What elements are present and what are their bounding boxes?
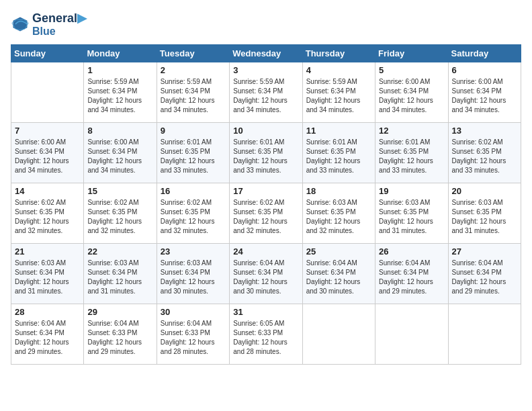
calendar-cell: 8Sunrise: 6:00 AM Sunset: 6:34 PM Daylig… — [84, 123, 157, 183]
day-number: 22 — [87, 246, 152, 257]
calendar-cell: 13Sunrise: 6:02 AM Sunset: 6:35 PM Dayli… — [448, 123, 521, 183]
day-number: 30 — [161, 307, 226, 317]
column-header-thursday: Thursday — [302, 45, 375, 62]
calendar-cell: 14Sunrise: 6:02 AM Sunset: 6:35 PM Dayli… — [11, 183, 84, 244]
calendar-cell: 5Sunrise: 6:00 AM Sunset: 6:34 PM Daylig… — [375, 62, 448, 123]
day-number: 7 — [15, 126, 80, 136]
calendar-week-row: 21Sunrise: 6:03 AM Sunset: 6:34 PM Dayli… — [11, 244, 521, 304]
calendar-cell — [375, 304, 448, 365]
day-info: Sunrise: 6:04 AM Sunset: 6:33 PM Dayligh… — [87, 319, 152, 357]
day-info: Sunrise: 6:03 AM Sunset: 6:34 PM Dayligh… — [161, 259, 226, 296]
day-info: Sunrise: 6:00 AM Sunset: 6:34 PM Dayligh… — [87, 138, 152, 175]
calendar-cell: 30Sunrise: 6:04 AM Sunset: 6:33 PM Dayli… — [157, 304, 229, 365]
calendar-table: SundayMondayTuesdayWednesdayThursdayFrid… — [11, 44, 521, 365]
calendar-cell: 29Sunrise: 6:04 AM Sunset: 6:33 PM Dayli… — [84, 304, 157, 365]
day-info: Sunrise: 6:04 AM Sunset: 6:33 PM Dayligh… — [161, 319, 226, 357]
day-number: 19 — [379, 186, 444, 196]
day-info: Sunrise: 6:01 AM Sunset: 6:35 PM Dayligh… — [306, 138, 371, 175]
day-number: 11 — [306, 126, 371, 136]
calendar-cell: 24Sunrise: 6:04 AM Sunset: 6:34 PM Dayli… — [230, 244, 302, 304]
calendar-week-row: 14Sunrise: 6:02 AM Sunset: 6:35 PM Dayli… — [11, 183, 521, 244]
calendar-cell: 23Sunrise: 6:03 AM Sunset: 6:34 PM Dayli… — [157, 244, 229, 304]
calendar-cell: 11Sunrise: 6:01 AM Sunset: 6:35 PM Dayli… — [302, 123, 375, 183]
calendar-cell — [448, 304, 521, 365]
column-header-saturday: Saturday — [448, 45, 521, 62]
day-info: Sunrise: 6:03 AM Sunset: 6:35 PM Dayligh… — [452, 198, 517, 236]
day-number: 9 — [161, 126, 226, 136]
column-header-tuesday: Tuesday — [157, 45, 229, 62]
day-info: Sunrise: 5:59 AM Sunset: 6:34 PM Dayligh… — [87, 77, 152, 115]
calendar-cell — [302, 304, 375, 365]
day-number: 18 — [306, 186, 371, 196]
calendar-cell: 15Sunrise: 6:02 AM Sunset: 6:35 PM Dayli… — [84, 183, 157, 244]
day-number: 1 — [87, 65, 152, 75]
calendar-cell: 26Sunrise: 6:04 AM Sunset: 6:34 PM Dayli… — [375, 244, 448, 304]
day-number: 27 — [452, 246, 517, 257]
day-info: Sunrise: 6:04 AM Sunset: 6:34 PM Dayligh… — [233, 259, 298, 296]
calendar-cell: 21Sunrise: 6:03 AM Sunset: 6:34 PM Dayli… — [11, 244, 84, 304]
day-number: 31 — [233, 307, 298, 317]
day-number: 26 — [379, 246, 444, 257]
day-number: 29 — [87, 307, 152, 317]
day-info: Sunrise: 6:04 AM Sunset: 6:34 PM Dayligh… — [306, 259, 371, 296]
day-number: 10 — [233, 126, 298, 136]
calendar-cell: 10Sunrise: 6:01 AM Sunset: 6:35 PM Dayli… — [230, 123, 302, 183]
header: General▶ Blue — [11, 11, 521, 38]
day-info: Sunrise: 6:04 AM Sunset: 6:34 PM Dayligh… — [452, 259, 517, 296]
day-info: Sunrise: 5:59 AM Sunset: 6:34 PM Dayligh… — [233, 77, 298, 115]
calendar-cell — [11, 62, 84, 123]
day-number: 12 — [379, 126, 444, 136]
calendar-cell: 7Sunrise: 6:00 AM Sunset: 6:34 PM Daylig… — [11, 123, 84, 183]
day-number: 17 — [233, 186, 298, 196]
day-number: 3 — [233, 65, 298, 75]
calendar-cell: 22Sunrise: 6:03 AM Sunset: 6:34 PM Dayli… — [84, 244, 157, 304]
calendar-cell: 28Sunrise: 6:04 AM Sunset: 6:34 PM Dayli… — [11, 304, 84, 365]
day-number: 13 — [452, 126, 517, 136]
calendar-cell: 16Sunrise: 6:02 AM Sunset: 6:35 PM Dayli… — [157, 183, 229, 244]
day-info: Sunrise: 5:59 AM Sunset: 6:34 PM Dayligh… — [161, 77, 226, 115]
calendar-week-row: 7Sunrise: 6:00 AM Sunset: 6:34 PM Daylig… — [11, 123, 521, 183]
logo-icon — [11, 15, 30, 34]
day-number: 15 — [87, 186, 152, 196]
day-info: Sunrise: 6:04 AM Sunset: 6:34 PM Dayligh… — [379, 259, 444, 296]
calendar-cell: 2Sunrise: 5:59 AM Sunset: 6:34 PM Daylig… — [157, 62, 229, 123]
calendar-cell: 3Sunrise: 5:59 AM Sunset: 6:34 PM Daylig… — [230, 62, 302, 123]
column-header-friday: Friday — [375, 45, 448, 62]
day-info: Sunrise: 6:01 AM Sunset: 6:35 PM Dayligh… — [233, 138, 298, 175]
calendar-cell: 17Sunrise: 6:02 AM Sunset: 6:35 PM Dayli… — [230, 183, 302, 244]
day-number: 14 — [15, 186, 80, 196]
calendar-cell: 6Sunrise: 6:00 AM Sunset: 6:34 PM Daylig… — [448, 62, 521, 123]
calendar-cell: 12Sunrise: 6:01 AM Sunset: 6:35 PM Dayli… — [375, 123, 448, 183]
column-header-monday: Monday — [84, 45, 157, 62]
day-info: Sunrise: 6:01 AM Sunset: 6:35 PM Dayligh… — [379, 138, 444, 175]
day-info: Sunrise: 6:03 AM Sunset: 6:34 PM Dayligh… — [87, 259, 152, 296]
calendar-cell: 27Sunrise: 6:04 AM Sunset: 6:34 PM Dayli… — [448, 244, 521, 304]
column-header-wednesday: Wednesday — [230, 45, 302, 62]
day-info: Sunrise: 6:00 AM Sunset: 6:34 PM Dayligh… — [15, 138, 80, 175]
calendar-cell: 4Sunrise: 5:59 AM Sunset: 6:34 PM Daylig… — [302, 62, 375, 123]
day-info: Sunrise: 6:02 AM Sunset: 6:35 PM Dayligh… — [15, 198, 80, 236]
day-number: 28 — [15, 307, 80, 317]
day-number: 21 — [15, 246, 80, 257]
day-number: 20 — [452, 186, 517, 196]
column-header-sunday: Sunday — [11, 45, 84, 62]
day-info: Sunrise: 6:03 AM Sunset: 6:34 PM Dayligh… — [15, 259, 80, 296]
calendar-week-row: 28Sunrise: 6:04 AM Sunset: 6:34 PM Dayli… — [11, 304, 521, 365]
day-info: Sunrise: 6:01 AM Sunset: 6:35 PM Dayligh… — [161, 138, 226, 175]
logo: General▶ Blue — [11, 11, 87, 38]
calendar-cell: 1Sunrise: 5:59 AM Sunset: 6:34 PM Daylig… — [84, 62, 157, 123]
day-number: 6 — [452, 65, 517, 75]
day-info: Sunrise: 6:03 AM Sunset: 6:35 PM Dayligh… — [306, 198, 371, 236]
day-number: 24 — [233, 246, 298, 257]
day-number: 23 — [161, 246, 226, 257]
day-info: Sunrise: 6:00 AM Sunset: 6:34 PM Dayligh… — [452, 77, 517, 115]
calendar-cell: 20Sunrise: 6:03 AM Sunset: 6:35 PM Dayli… — [448, 183, 521, 244]
day-number: 4 — [306, 65, 371, 75]
calendar-cell: 31Sunrise: 6:05 AM Sunset: 6:33 PM Dayli… — [230, 304, 302, 365]
day-number: 8 — [87, 126, 152, 136]
day-info: Sunrise: 6:05 AM Sunset: 6:33 PM Dayligh… — [233, 319, 298, 357]
day-number: 25 — [306, 246, 371, 257]
calendar-cell: 9Sunrise: 6:01 AM Sunset: 6:35 PM Daylig… — [157, 123, 229, 183]
day-number: 2 — [161, 65, 226, 75]
day-info: Sunrise: 6:02 AM Sunset: 6:35 PM Dayligh… — [87, 198, 152, 236]
